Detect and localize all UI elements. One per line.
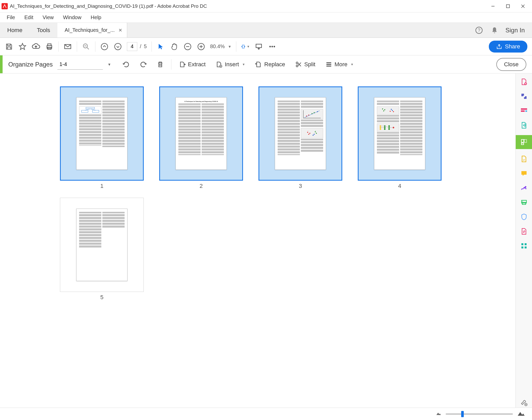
tab-document[interactable]: AI_Techniques_for_... ✕ (57, 23, 127, 38)
large-thumb-icon[interactable] (517, 411, 525, 417)
svg-line-44 (305, 111, 320, 118)
svg-rect-22 (256, 44, 262, 47)
small-thumb-icon[interactable] (436, 411, 442, 417)
svg-point-15 (115, 43, 121, 50)
svg-point-14 (101, 43, 108, 50)
page-preview (76, 97, 127, 170)
save-icon[interactable] (5, 42, 13, 51)
thumbnail-zoom-slider[interactable] (446, 413, 513, 415)
svg-point-45 (307, 132, 308, 133)
svg-point-54 (382, 108, 383, 109)
rotate-ccw-button[interactable] (120, 59, 132, 70)
page-up-icon[interactable] (100, 42, 109, 51)
tab-home[interactable]: Home (0, 23, 30, 38)
customize-tools-icon[interactable] (519, 398, 529, 408)
close-tab-icon[interactable]: ✕ (118, 27, 122, 33)
svg-rect-21 (242, 45, 245, 48)
svg-point-63 (380, 128, 381, 130)
range-dropdown-icon[interactable]: ▼ (108, 62, 111, 67)
page-number-input[interactable] (127, 42, 137, 51)
star-icon[interactable] (18, 42, 27, 51)
svg-rect-76 (521, 108, 527, 110)
zoom-level: 80.4% (210, 43, 225, 49)
export-pdf-icon[interactable] (519, 92, 529, 101)
menu-file[interactable]: File (2, 12, 20, 23)
maximize-button[interactable] (500, 1, 515, 12)
fill-sign-icon[interactable] (519, 154, 529, 164)
notification-bell-icon[interactable] (490, 26, 499, 35)
svg-point-59 (390, 111, 391, 112)
extract-button[interactable]: Extract (176, 59, 208, 70)
svg-line-36 (90, 109, 96, 110)
svg-point-49 (316, 133, 317, 134)
active-tool-strip (0, 55, 3, 73)
replace-button[interactable]: Replace (252, 59, 288, 70)
fit-width-icon[interactable]: ▼ (241, 42, 250, 51)
page-thumbnail[interactable]: 1 (60, 86, 144, 189)
sign-in-button[interactable]: Sign In (505, 27, 525, 34)
combine-files-icon[interactable] (519, 121, 529, 130)
help-icon[interactable]: ? (474, 26, 484, 35)
page-range-input[interactable] (57, 59, 103, 70)
tab-tools[interactable]: Tools (30, 23, 57, 38)
svg-point-50 (314, 134, 315, 135)
compare-files-icon[interactable] (519, 227, 529, 236)
organize-pages-icon[interactable] (516, 135, 532, 149)
svg-point-51 (313, 135, 314, 136)
page-thumbnails-area: 1 AI Techniques for Detecting and Diagno… (0, 73, 515, 408)
close-organize-button[interactable]: Close (496, 58, 526, 71)
svg-rect-81 (521, 143, 524, 145)
create-pdf-icon[interactable] (519, 77, 529, 86)
svg-point-46 (309, 133, 310, 134)
zoom-dropdown-icon[interactable]: ▼ (228, 45, 231, 49)
menu-edit[interactable]: Edit (20, 12, 38, 23)
page-thumbnail[interactable]: AI Techniques for Detecting and Diagnosi… (159, 86, 243, 189)
insert-button[interactable]: Insert ▼ (213, 59, 248, 70)
page-thumbnail[interactable]: ×× 3 (259, 86, 342, 189)
cloud-upload-icon[interactable] (32, 42, 40, 51)
email-icon[interactable] (63, 42, 72, 51)
more-button[interactable]: More ▼ (323, 59, 356, 70)
read-mode-icon[interactable] (254, 42, 263, 51)
zoom-out-icon[interactable] (183, 42, 192, 51)
svg-text:×: × (315, 130, 316, 131)
svg-rect-8 (48, 44, 51, 46)
split-label: Split (304, 61, 315, 68)
svg-text:?: ? (478, 28, 480, 33)
menu-view[interactable]: View (38, 12, 58, 23)
zoom-in-icon[interactable] (197, 42, 206, 51)
comment-icon[interactable] (519, 169, 529, 178)
share-label: Share (505, 43, 520, 50)
select-tool-icon[interactable] (156, 42, 165, 51)
svg-point-66 (384, 128, 385, 130)
page-thumbnail[interactable]: 4 (358, 86, 442, 189)
window-title: AI_Techniques_for_Detecting_and_Diagnosi… (10, 3, 485, 9)
minimize-button[interactable] (485, 1, 500, 12)
page-preview (374, 97, 425, 170)
more-panels-icon[interactable] (519, 241, 529, 250)
print-icon[interactable] (45, 42, 54, 51)
page-thumbnail[interactable]: 5 (60, 198, 144, 301)
menu-bar: File Edit View Window Help (0, 12, 532, 23)
hand-tool-icon[interactable] (170, 42, 179, 51)
delete-button[interactable] (154, 59, 166, 70)
close-window-button[interactable] (515, 1, 530, 12)
menu-window[interactable]: Window (58, 12, 86, 23)
scan-ocr-icon[interactable] (519, 198, 529, 207)
svg-line-12 (87, 48, 89, 49)
menu-help[interactable]: Help (86, 12, 106, 23)
edit-pdf-icon[interactable] (519, 106, 529, 115)
svg-line-35 (85, 109, 90, 110)
more-tools-icon[interactable] (268, 42, 277, 51)
signature-icon[interactable] (519, 183, 529, 193)
protect-icon[interactable] (519, 212, 529, 222)
slider-handle[interactable] (461, 411, 464, 417)
svg-point-69 (388, 128, 390, 130)
page-down-icon[interactable] (113, 42, 122, 51)
find-icon[interactable] (82, 42, 90, 51)
svg-point-58 (392, 110, 393, 111)
svg-rect-78 (525, 110, 527, 112)
share-button[interactable]: Share (489, 41, 527, 53)
split-button[interactable]: Split (292, 59, 318, 70)
rotate-cw-button[interactable] (137, 59, 149, 70)
